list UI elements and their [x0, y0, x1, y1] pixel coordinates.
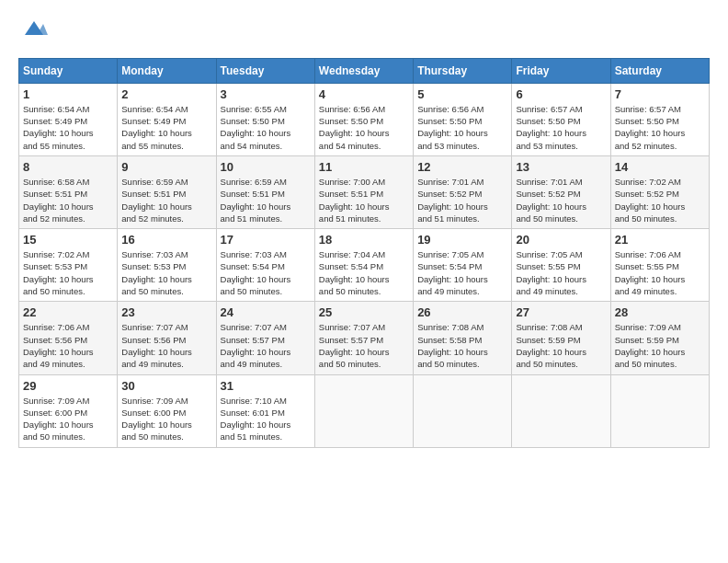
- day-info: Sunrise: 7:06 AM Sunset: 5:55 PM Dayligh…: [615, 248, 705, 297]
- day-number: 6: [516, 87, 606, 101]
- day-number: 22: [23, 305, 113, 319]
- day-info: Sunrise: 7:00 AM Sunset: 5:51 PM Dayligh…: [319, 176, 409, 224]
- day-number: 13: [516, 160, 606, 174]
- calendar-cell: 5Sunrise: 6:56 AM Sunset: 5:50 PM Daylig…: [414, 83, 512, 155]
- day-info: Sunrise: 7:07 AM Sunset: 5:57 PM Dayligh…: [319, 321, 409, 370]
- calendar-cell: 3Sunrise: 6:55 AM Sunset: 5:50 PM Daylig…: [216, 83, 314, 155]
- calendar-cell: 15Sunrise: 7:02 AM Sunset: 5:53 PM Dayli…: [19, 229, 118, 302]
- page-header: [18, 18, 710, 49]
- calendar-week-row: 29Sunrise: 7:09 AM Sunset: 6:00 PM Dayli…: [19, 374, 710, 447]
- calendar-cell: 18Sunrise: 7:04 AM Sunset: 5:54 PM Dayli…: [314, 229, 413, 302]
- day-info: Sunrise: 7:05 AM Sunset: 5:54 PM Dayligh…: [417, 248, 507, 297]
- calendar-cell: 26Sunrise: 7:08 AM Sunset: 5:58 PM Dayli…: [414, 302, 512, 374]
- day-number: 5: [417, 87, 507, 101]
- weekday-header: Sunday: [19, 58, 118, 83]
- logo: [18, 18, 48, 49]
- day-info: Sunrise: 7:09 AM Sunset: 6:00 PM Dayligh…: [121, 395, 211, 443]
- day-info: Sunrise: 7:10 AM Sunset: 6:01 PM Dayligh…: [221, 395, 311, 443]
- weekday-header: Wednesday: [314, 58, 413, 83]
- day-number: 12: [417, 160, 507, 174]
- calendar-cell: 16Sunrise: 7:03 AM Sunset: 5:53 PM Dayli…: [118, 229, 216, 302]
- calendar-cell: 13Sunrise: 7:01 AM Sunset: 5:52 PM Dayli…: [512, 155, 610, 228]
- day-number: 8: [23, 160, 113, 174]
- calendar-cell: 24Sunrise: 7:07 AM Sunset: 5:57 PM Dayli…: [216, 302, 314, 374]
- day-number: 23: [121, 305, 211, 319]
- weekday-header: Friday: [512, 58, 610, 83]
- day-number: 4: [319, 87, 409, 101]
- day-info: Sunrise: 6:58 AM Sunset: 5:51 PM Dayligh…: [23, 176, 113, 224]
- calendar-table: SundayMondayTuesdayWednesdayThursdayFrid…: [18, 58, 710, 448]
- day-number: 16: [121, 233, 211, 247]
- day-info: Sunrise: 7:03 AM Sunset: 5:54 PM Dayligh…: [221, 248, 311, 297]
- day-info: Sunrise: 6:56 AM Sunset: 5:50 PM Dayligh…: [417, 103, 507, 152]
- calendar-cell: 28Sunrise: 7:09 AM Sunset: 5:59 PM Dayli…: [610, 302, 709, 374]
- day-number: 26: [417, 305, 507, 319]
- day-number: 11: [319, 160, 409, 174]
- calendar-cell: [314, 374, 413, 447]
- day-info: Sunrise: 6:55 AM Sunset: 5:50 PM Dayligh…: [221, 103, 311, 152]
- day-number: 2: [121, 87, 211, 101]
- calendar-cell: 27Sunrise: 7:08 AM Sunset: 5:59 PM Dayli…: [512, 302, 610, 374]
- day-info: Sunrise: 6:54 AM Sunset: 5:49 PM Dayligh…: [121, 103, 211, 152]
- day-info: Sunrise: 7:08 AM Sunset: 5:59 PM Dayligh…: [516, 321, 606, 370]
- weekday-header: Tuesday: [216, 58, 314, 83]
- calendar-cell: [512, 374, 610, 447]
- calendar-cell: 20Sunrise: 7:05 AM Sunset: 5:55 PM Dayli…: [512, 229, 610, 302]
- calendar-cell: 17Sunrise: 7:03 AM Sunset: 5:54 PM Dayli…: [216, 229, 314, 302]
- calendar-week-row: 15Sunrise: 7:02 AM Sunset: 5:53 PM Dayli…: [19, 229, 710, 302]
- calendar-header-row: SundayMondayTuesdayWednesdayThursdayFrid…: [19, 58, 710, 83]
- calendar-cell: 30Sunrise: 7:09 AM Sunset: 6:00 PM Dayli…: [118, 374, 216, 447]
- day-info: Sunrise: 7:06 AM Sunset: 5:56 PM Dayligh…: [23, 321, 113, 370]
- weekday-header: Saturday: [610, 58, 709, 83]
- calendar-cell: 21Sunrise: 7:06 AM Sunset: 5:55 PM Dayli…: [610, 229, 709, 302]
- calendar-cell: 2Sunrise: 6:54 AM Sunset: 5:49 PM Daylig…: [118, 83, 216, 155]
- calendar-week-row: 8Sunrise: 6:58 AM Sunset: 5:51 PM Daylig…: [19, 155, 710, 228]
- day-info: Sunrise: 6:57 AM Sunset: 5:50 PM Dayligh…: [615, 103, 705, 152]
- day-info: Sunrise: 7:07 AM Sunset: 5:57 PM Dayligh…: [221, 321, 311, 370]
- day-info: Sunrise: 7:02 AM Sunset: 5:53 PM Dayligh…: [23, 248, 113, 297]
- day-number: 9: [121, 160, 211, 174]
- day-number: 30: [121, 379, 211, 393]
- day-number: 29: [23, 379, 113, 393]
- day-number: 27: [516, 305, 606, 319]
- calendar-cell: 11Sunrise: 7:00 AM Sunset: 5:51 PM Dayli…: [314, 155, 413, 228]
- calendar-cell: 10Sunrise: 6:59 AM Sunset: 5:51 PM Dayli…: [216, 155, 314, 228]
- day-number: 28: [615, 305, 705, 319]
- calendar-cell: 31Sunrise: 7:10 AM Sunset: 6:01 PM Dayli…: [216, 374, 314, 447]
- calendar-body: 1Sunrise: 6:54 AM Sunset: 5:49 PM Daylig…: [19, 83, 710, 447]
- calendar-cell: 23Sunrise: 7:07 AM Sunset: 5:56 PM Dayli…: [118, 302, 216, 374]
- day-number: 10: [221, 160, 311, 174]
- day-number: 14: [615, 160, 705, 174]
- day-info: Sunrise: 6:54 AM Sunset: 5:49 PM Dayligh…: [23, 103, 113, 152]
- day-number: 31: [221, 379, 311, 393]
- calendar-cell: [414, 374, 512, 447]
- day-number: 24: [221, 305, 311, 319]
- logo-icon: [20, 17, 48, 42]
- calendar-cell: 12Sunrise: 7:01 AM Sunset: 5:52 PM Dayli…: [414, 155, 512, 228]
- weekday-header: Monday: [118, 58, 216, 83]
- day-info: Sunrise: 7:04 AM Sunset: 5:54 PM Dayligh…: [319, 248, 409, 297]
- day-number: 21: [615, 233, 705, 247]
- weekday-header: Thursday: [414, 58, 512, 83]
- day-info: Sunrise: 6:59 AM Sunset: 5:51 PM Dayligh…: [221, 176, 311, 224]
- calendar-cell: 7Sunrise: 6:57 AM Sunset: 5:50 PM Daylig…: [610, 83, 709, 155]
- day-info: Sunrise: 7:03 AM Sunset: 5:53 PM Dayligh…: [121, 248, 211, 297]
- day-info: Sunrise: 7:09 AM Sunset: 6:00 PM Dayligh…: [23, 395, 113, 443]
- day-number: 1: [23, 87, 113, 101]
- calendar-cell: 25Sunrise: 7:07 AM Sunset: 5:57 PM Dayli…: [314, 302, 413, 374]
- day-info: Sunrise: 7:01 AM Sunset: 5:52 PM Dayligh…: [417, 176, 507, 224]
- calendar-cell: 29Sunrise: 7:09 AM Sunset: 6:00 PM Dayli…: [19, 374, 118, 447]
- day-number: 15: [23, 233, 113, 247]
- day-number: 3: [221, 87, 311, 101]
- calendar-cell: 19Sunrise: 7:05 AM Sunset: 5:54 PM Dayli…: [414, 229, 512, 302]
- calendar-cell: [610, 374, 709, 447]
- calendar-week-row: 22Sunrise: 7:06 AM Sunset: 5:56 PM Dayli…: [19, 302, 710, 374]
- day-info: Sunrise: 6:59 AM Sunset: 5:51 PM Dayligh…: [121, 176, 211, 224]
- day-number: 17: [221, 233, 311, 247]
- day-number: 19: [417, 233, 507, 247]
- day-number: 20: [516, 233, 606, 247]
- calendar-cell: 8Sunrise: 6:58 AM Sunset: 5:51 PM Daylig…: [19, 155, 118, 228]
- day-info: Sunrise: 7:01 AM Sunset: 5:52 PM Dayligh…: [516, 176, 606, 224]
- day-info: Sunrise: 7:05 AM Sunset: 5:55 PM Dayligh…: [516, 248, 606, 297]
- day-info: Sunrise: 7:07 AM Sunset: 5:56 PM Dayligh…: [121, 321, 211, 370]
